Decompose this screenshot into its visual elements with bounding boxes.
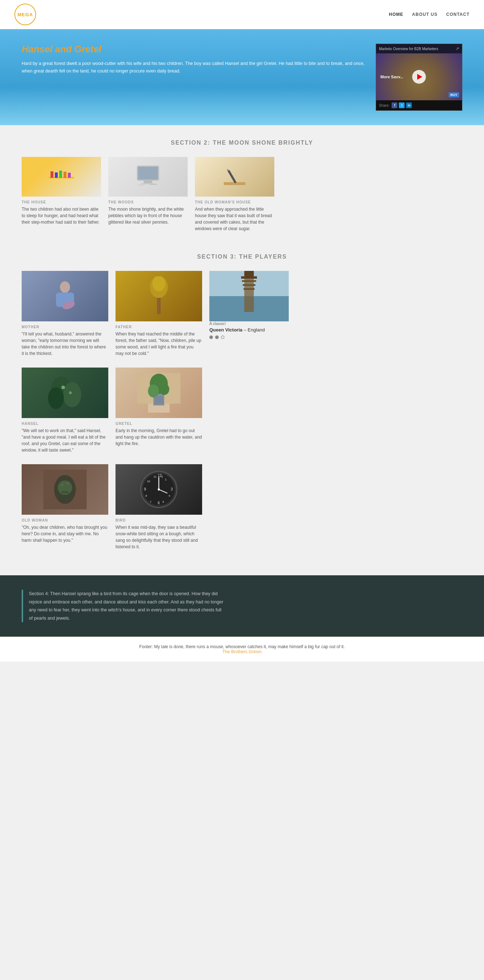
section4: Section 4: Then Hansel sprang like a bir… xyxy=(0,575,484,636)
svg-point-33 xyxy=(69,391,72,394)
hero-body: Hard by a great forest dwelt a poor wood… xyxy=(22,60,365,75)
logo: MEGA xyxy=(14,3,36,25)
player-gretel: GRETEL Early in the morning, Gretel had … xyxy=(115,368,202,453)
slider-image xyxy=(209,271,289,321)
svg-rect-7 xyxy=(138,167,158,180)
hansel-image xyxy=(22,368,108,418)
section2-title: SECTION 2: THE MOON SHONE BRIGHTLY xyxy=(22,140,462,146)
svg-point-38 xyxy=(148,385,159,398)
svg-rect-26 xyxy=(243,284,255,286)
svg-rect-27 xyxy=(244,288,255,290)
svg-text:5: 5 xyxy=(163,500,164,504)
svg-rect-25 xyxy=(242,280,256,282)
section4-text: Section 4: Then Hansel sprang like a bir… xyxy=(29,590,224,622)
slider-sub: – England xyxy=(244,327,265,332)
old-woman-label: OLD WOMAN xyxy=(22,518,108,522)
svg-point-15 xyxy=(60,282,70,293)
footer-link[interactable]: The Brothers Grimm xyxy=(222,649,262,654)
video-more-text: More Savv... xyxy=(380,75,403,79)
svg-rect-10 xyxy=(150,184,157,185)
bird-image: 12 3 6 9 1 4 5 7 8 10 11 2 xyxy=(115,464,202,515)
slider-queen-victoria: A classic! Queen Victoria – England xyxy=(209,271,289,357)
hero-title: Hansel and Gretel xyxy=(22,44,365,55)
video-bottom-bar: Share: f t in xyxy=(376,100,462,110)
player-mother: MOTHER "I'll tell you what, husband," an… xyxy=(22,271,108,357)
svg-rect-3 xyxy=(59,170,62,178)
section4-content: Section 4: Then Hansel sprang like a bir… xyxy=(22,590,462,622)
video-top-bar: Marketo Overview for B2B Marketers ↗ xyxy=(376,44,462,53)
player-hansel: HANSEL "We will set to work on that," sa… xyxy=(22,368,108,453)
player-old-woman: OLD WOMAN "Oh, you dear children, who ha… xyxy=(22,464,108,550)
section3-row2: HANSEL "We will set to work on that," sa… xyxy=(22,368,462,453)
share-label: Share: xyxy=(379,103,390,108)
nav-contact[interactable]: CONTACT xyxy=(446,12,470,17)
card-old-womans-house: THE OLD WOMAN'S HOUSE And when they appr… xyxy=(195,157,274,232)
hansel-label: HANSEL xyxy=(22,422,108,426)
svg-rect-11 xyxy=(137,185,144,185)
navigation: HOME ABOUT US CONTACT xyxy=(389,12,470,17)
share-icon[interactable]: ↗ xyxy=(455,46,459,51)
svg-text:2: 2 xyxy=(161,475,163,478)
card-house-image xyxy=(22,157,101,197)
svg-rect-13 xyxy=(227,170,236,184)
svg-rect-40 xyxy=(155,396,163,404)
nav-home[interactable]: HOME xyxy=(389,12,404,17)
slider-name-line: Queen Victoria – England xyxy=(209,327,289,332)
dot-2[interactable] xyxy=(215,336,219,339)
svg-text:9: 9 xyxy=(144,487,146,491)
header: MEGA HOME ABOUT US CONTACT xyxy=(0,0,484,29)
father-label: FATHER xyxy=(115,325,202,329)
svg-point-46 xyxy=(66,482,69,485)
svg-point-30 xyxy=(63,382,81,407)
slider-dots xyxy=(209,336,289,339)
section3: SECTION 3: THE PLAYERS MOTHER "I'll tell… xyxy=(0,247,484,575)
twitter-icon[interactable]: t xyxy=(399,102,404,108)
section2: SECTION 2: THE MOON SHONE BRIGHTLY THE H… xyxy=(0,125,484,247)
logo-text: MEGA xyxy=(18,12,33,18)
section3-row1: MOTHER "I'll tell you what, husband," an… xyxy=(22,271,462,357)
player-bird: 12 3 6 9 1 4 5 7 8 10 11 2 xyxy=(115,464,202,550)
dot-1[interactable] xyxy=(209,336,213,339)
video-container: Marketo Overview for B2B Marketers ↗ Mor… xyxy=(376,44,462,111)
gretel-text: Early in the morning, Gretel had to go o… xyxy=(115,428,202,447)
slider-caption: A classic! xyxy=(209,321,289,326)
svg-point-32 xyxy=(61,386,65,389)
section3-row3: OLD WOMAN "Oh, you dear children, who ha… xyxy=(22,464,462,550)
svg-text:3: 3 xyxy=(171,487,173,491)
video-thumbnail[interactable]: More Savv... BUY xyxy=(376,53,462,100)
nav-about[interactable]: ABOUT US xyxy=(412,12,438,17)
card-old-house-text: And when they approached the little hous… xyxy=(195,206,274,232)
card-old-house-label: THE OLD WOMAN'S HOUSE xyxy=(195,200,274,204)
old-woman-text: "Oh, you dear children, who has brought … xyxy=(22,524,108,544)
svg-point-63 xyxy=(158,488,160,490)
card-old-house-image xyxy=(195,157,274,197)
father-text: When they had reached the middle of the … xyxy=(115,331,202,357)
hero-video-block: Marketo Overview for B2B Marketers ↗ Mor… xyxy=(376,44,462,111)
buy-badge[interactable]: BUY xyxy=(449,92,459,97)
card-house-text: The two children had also not been able … xyxy=(22,206,101,226)
hero-section: Hansel and Gretel Hard by a great forest… xyxy=(0,29,484,125)
svg-point-20 xyxy=(152,276,165,291)
svg-rect-4 xyxy=(64,172,66,178)
hero-text-block: Hansel and Gretel Hard by a great forest… xyxy=(22,44,365,75)
dot-3[interactable] xyxy=(221,336,225,339)
card-woods-image xyxy=(108,157,188,197)
video-title: Marketo Overview for B2B Marketers xyxy=(379,47,438,51)
section3-title: SECTION 3: THE PLAYERS xyxy=(22,254,462,260)
old-woman-image xyxy=(22,464,108,515)
footer: Footer: My tale is done, there runs a mo… xyxy=(0,636,484,662)
svg-text:4: 4 xyxy=(169,494,170,497)
father-image xyxy=(115,271,202,321)
footer-text: Footer: My tale is done, there runs a mo… xyxy=(7,644,477,649)
card-woods-label: THE WOODS xyxy=(108,200,188,204)
card-house-label: THE HOUSE xyxy=(22,200,101,204)
section2-cards: THE HOUSE The two children had also not … xyxy=(22,157,462,232)
svg-text:11: 11 xyxy=(153,475,157,478)
linkedin-icon[interactable]: in xyxy=(406,102,412,108)
facebook-icon[interactable]: f xyxy=(391,102,398,108)
play-button[interactable] xyxy=(412,70,426,84)
svg-rect-2 xyxy=(55,172,58,178)
player-father: FATHER When they had reached the middle … xyxy=(115,271,202,357)
gretel-label: GRETEL xyxy=(115,422,202,426)
svg-rect-28 xyxy=(244,271,254,278)
